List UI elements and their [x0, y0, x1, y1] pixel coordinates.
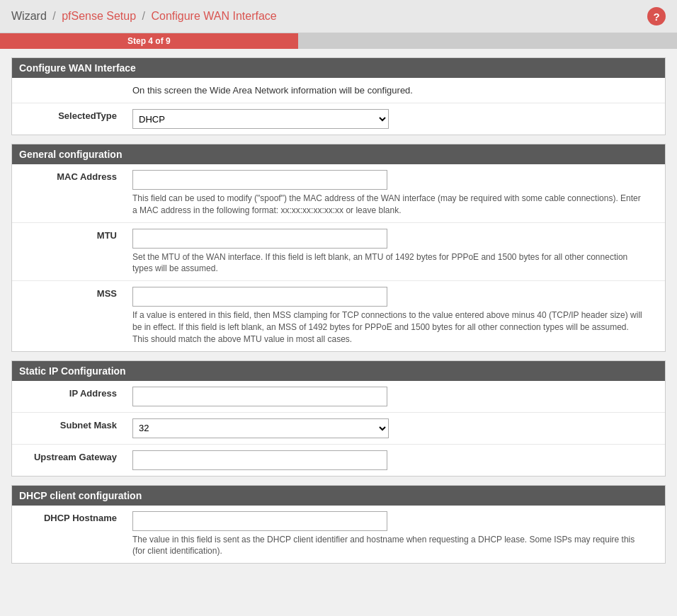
selected-type-field: DHCP Static PPPoE PPTP L2TP — [125, 103, 665, 135]
mss-row: MSS If a value is entered in this field,… — [12, 281, 665, 350]
main-content: Configure WAN Interface On this screen t… — [0, 49, 677, 581]
selected-type-label: SelectedType — [12, 103, 125, 135]
breadcrumb-configure-wan[interactable]: Configure WAN Interface — [151, 10, 276, 22]
dhcp-hostname-input[interactable] — [132, 511, 387, 531]
breadcrumb-sep2: / — [142, 10, 145, 22]
mtu-help: Set the MTU of the WAN interface. If thi… — [132, 251, 642, 275]
mac-address-field: This field can be used to modify ("spoof… — [125, 164, 665, 222]
subnet-mask-field: 32 31 30 29 28 27 26 25 24 — [125, 413, 665, 444]
progress-bar: Step 4 of 9 — [0, 33, 298, 49]
ip-address-input[interactable] — [132, 387, 387, 406]
wan-intro-text: On this screen the Wide Area Network inf… — [12, 78, 665, 103]
upstream-gateway-input[interactable] — [132, 450, 387, 470]
section-static-ip-header: Static IP Configuration — [12, 361, 665, 381]
upstream-gateway-field — [125, 445, 665, 476]
progress-container: Step 4 of 9 — [0, 33, 677, 49]
breadcrumb-wizard: Wizard — [11, 10, 47, 22]
dhcp-hostname-row: DHCP Hostname The value in this field is… — [12, 506, 665, 564]
dhcp-hostname-label: DHCP Hostname — [12, 506, 125, 564]
subnet-mask-label: Subnet Mask — [12, 413, 125, 444]
mss-field: If a value is entered in this field, the… — [125, 281, 665, 350]
selected-type-row: SelectedType DHCP Static PPPoE PPTP L2TP — [12, 103, 665, 135]
mac-address-help: This field can be used to modify ("spoof… — [132, 193, 642, 217]
section-configure-wan-header: Configure WAN Interface — [12, 58, 665, 78]
breadcrumb-sep1: / — [52, 10, 55, 22]
ip-address-row: IP Address — [12, 381, 665, 413]
section-general-config: General configuration MAC Address This f… — [11, 144, 666, 352]
section-configure-wan: Configure WAN Interface On this screen t… — [11, 57, 666, 135]
upstream-gateway-row: Upstream Gateway — [12, 445, 665, 476]
mtu-field: Set the MTU of the WAN interface. If thi… — [125, 223, 665, 281]
mtu-input[interactable] — [132, 229, 387, 249]
mac-address-row: MAC Address This field can be used to mo… — [12, 164, 665, 223]
mac-address-input[interactable] — [132, 170, 387, 190]
help-icon[interactable]: ? — [647, 7, 666, 25]
dhcp-hostname-help: The value in this field is sent as the D… — [132, 534, 642, 558]
section-general-config-header: General configuration — [12, 144, 665, 164]
mac-address-label: MAC Address — [12, 164, 125, 222]
section-dhcp-client: DHCP client configuration DHCP Hostname … — [11, 485, 666, 564]
ip-address-field — [125, 381, 665, 412]
dhcp-hostname-field: The value in this field is sent as the D… — [125, 506, 665, 564]
mss-help: If a value is entered in this field, the… — [132, 309, 642, 345]
mtu-row: MTU Set the MTU of the WAN interface. If… — [12, 223, 665, 282]
mss-label: MSS — [12, 281, 125, 350]
ip-address-label: IP Address — [12, 381, 125, 412]
breadcrumb-bar: Wizard / pfSense Setup / Configure WAN I… — [0, 0, 677, 33]
selected-type-select[interactable]: DHCP Static PPPoE PPTP L2TP — [132, 109, 389, 129]
mtu-label: MTU — [12, 223, 125, 281]
breadcrumb-pfsense-setup[interactable]: pfSense Setup — [62, 10, 136, 22]
subnet-mask-row: Subnet Mask 32 31 30 29 28 27 26 25 24 — [12, 413, 665, 445]
mss-input[interactable] — [132, 287, 387, 307]
section-static-ip: Static IP Configuration IP Address Subne… — [11, 360, 666, 477]
section-dhcp-client-header: DHCP client configuration — [12, 486, 665, 506]
breadcrumb: Wizard / pfSense Setup / Configure WAN I… — [11, 10, 277, 23]
subnet-mask-select[interactable]: 32 31 30 29 28 27 26 25 24 — [132, 418, 389, 438]
progress-label: Step 4 of 9 — [127, 36, 171, 46]
upstream-gateway-label: Upstream Gateway — [12, 445, 125, 476]
